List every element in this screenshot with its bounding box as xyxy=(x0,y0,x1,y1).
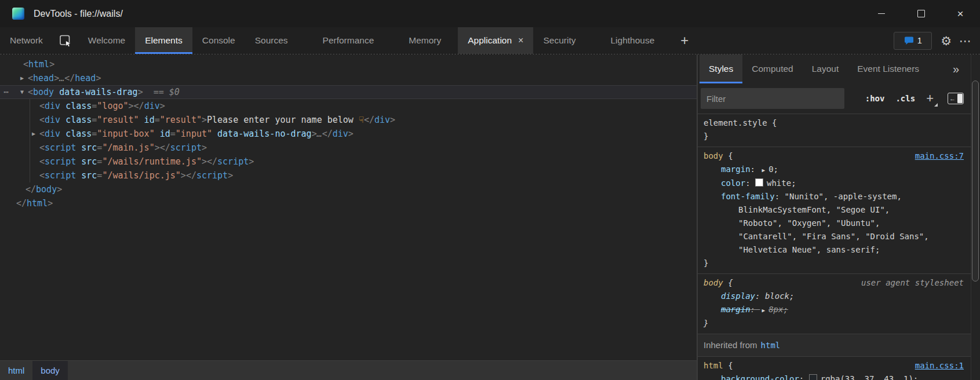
issues-count: 1 xyxy=(917,36,922,45)
more-options-button[interactable]: ⋯ xyxy=(959,35,972,47)
inspect-element-button[interactable] xyxy=(53,27,78,54)
css-declaration[interactable]: "Cantarell", "Fira Sans", "Droid Sans", xyxy=(704,230,964,243)
token-p: < xyxy=(39,129,45,139)
filter-input[interactable] xyxy=(701,88,844,109)
dom-tree-row[interactable]: <div class="logo"></div> xyxy=(0,99,697,113)
tab-layout[interactable]: Layout xyxy=(803,54,848,83)
dom-tree-row[interactable]: <html> xyxy=(0,57,697,71)
add-tab-button[interactable]: + xyxy=(672,27,697,54)
twisty-icon[interactable]: ▶ xyxy=(30,127,38,141)
dom-tree-row[interactable]: <script src="/wails/runtime.js"></script… xyxy=(0,155,697,169)
css-declaration[interactable]: margin: ▶8px; xyxy=(704,303,964,317)
stylesheet-link[interactable]: main.css:7 xyxy=(915,149,964,163)
toggle-sidebar-icon[interactable]: ← xyxy=(948,93,964,104)
rule-selector[interactable]: element.style { xyxy=(704,116,777,130)
more-dots-icon: ⋯ xyxy=(959,34,972,48)
tab-styles[interactable]: Styles xyxy=(700,54,742,83)
css-declaration[interactable]: margin: ▶0; xyxy=(704,163,964,177)
tab-welcome[interactable]: Welcome xyxy=(78,27,135,54)
token-sval: : xyxy=(751,305,760,314)
new-style-rule-button[interactable]: + xyxy=(926,92,937,105)
sidebar-tabs: Styles Computed Layout Event Listeners » xyxy=(698,54,980,83)
token-p: > xyxy=(54,73,59,83)
tab-elements[interactable]: Elements xyxy=(135,27,192,54)
issues-badge[interactable]: 1 xyxy=(894,32,932,50)
css-declaration[interactable]: display: block; xyxy=(704,290,964,303)
devtools-body: <html>▶<head>…</head>⋯▼<body data-wails-… xyxy=(0,54,980,380)
dom-tree-row[interactable]: ▶<div class="input-box" id="input" data-… xyxy=(0,127,697,141)
expand-arrow-icon[interactable]: ▶ xyxy=(762,167,765,173)
token-val: white; xyxy=(767,178,796,188)
token-p: > xyxy=(160,101,165,111)
css-declaration[interactable]: "Roboto", "Oxygen", "Ubuntu", xyxy=(704,217,964,230)
element-classes-button[interactable]: .cls xyxy=(895,94,915,103)
tab-application[interactable]: Application × xyxy=(458,27,533,54)
css-declaration[interactable]: BlinkMacSystemFont, "Segoe UI", xyxy=(704,203,964,217)
token-v: "/main.js" xyxy=(102,142,154,153)
token-val: rgba(33, 37, 43, 1); xyxy=(821,374,919,380)
token-v: "input" xyxy=(176,129,212,139)
tab-event-listeners[interactable]: Event Listeners xyxy=(848,54,928,83)
color-swatch[interactable] xyxy=(809,374,817,380)
token-p: </ xyxy=(160,142,170,153)
token-p: > xyxy=(249,156,254,167)
close-tab-icon[interactable]: × xyxy=(518,36,523,45)
dom-tree-row[interactable]: </html> xyxy=(0,196,697,210)
tab-console[interactable]: Console xyxy=(192,27,245,54)
styles-scrollbar[interactable] xyxy=(971,54,980,380)
inspect-icon xyxy=(59,34,72,48)
tab-memory[interactable]: Memory xyxy=(399,27,451,54)
dom-tree-row[interactable]: ▶<head>…</head> xyxy=(0,71,697,85)
minimize-button[interactable] xyxy=(862,0,901,27)
token-p: < xyxy=(23,59,28,70)
tab-lighthouse[interactable]: Lighthouse xyxy=(600,27,664,54)
dom-tree-row[interactable]: <script src="/main.js"></script> xyxy=(0,141,697,155)
token-pln: { xyxy=(723,151,733,160)
styles-sections: element.style {}body {main.css:7margin: … xyxy=(698,114,971,380)
token-a: src xyxy=(76,156,97,167)
tab-security[interactable]: Security xyxy=(533,27,585,54)
breadcrumb-item-body[interactable]: body xyxy=(32,361,68,380)
toggle-pseudo-state-button[interactable]: :hov xyxy=(865,94,885,103)
dom-tree-row[interactable]: </body> xyxy=(0,182,697,196)
scrollbar-thumb[interactable] xyxy=(972,81,979,282)
token-p: = xyxy=(92,129,97,139)
twisty-icon[interactable]: ▶ xyxy=(18,71,26,85)
style-rule: body {user agent stylesheetdisplay: bloc… xyxy=(698,274,971,334)
tab-sources[interactable]: Sources xyxy=(245,27,298,54)
css-declaration[interactable]: background-color: rgba(33, 37, 43, 1); xyxy=(704,372,964,380)
stylesheet-link[interactable]: main.css:1 xyxy=(915,359,964,372)
twisty-icon[interactable]: ▼ xyxy=(18,85,26,99)
expand-arrow-icon[interactable]: ▶ xyxy=(762,307,765,313)
token-t: div xyxy=(45,101,60,111)
rule-selector[interactable]: body { xyxy=(704,276,733,290)
css-declaration[interactable]: font-family: "Nunito", -apple-system, xyxy=(704,190,964,203)
rule-selector[interactable]: body { xyxy=(704,149,733,163)
token-pln: : xyxy=(775,192,785,201)
token-a: src xyxy=(76,170,97,181)
css-declaration[interactable]: "Helvetica Neue", sans-serif; xyxy=(704,243,964,257)
dom-tree-row[interactable]: <script src="/wails/ipc.js"></script> xyxy=(0,169,697,182)
dom-tree-row[interactable]: ⋯▼<body data-wails-drag> == $0 xyxy=(0,85,697,99)
token-v: "input-box" xyxy=(97,129,154,139)
node-more-actions-icon[interactable]: ⋯ xyxy=(3,85,9,99)
breadcrumb-item-html[interactable]: html xyxy=(0,361,32,380)
token-p: = xyxy=(92,115,97,125)
dom-tree-row[interactable]: <div class="result" id="result">Please e… xyxy=(0,113,697,127)
tab-performance[interactable]: Performance xyxy=(313,27,384,54)
rule-selector[interactable]: html { xyxy=(704,359,733,372)
close-button[interactable]: × xyxy=(941,0,980,27)
maximize-button[interactable] xyxy=(901,0,941,27)
css-declaration[interactable]: color: white; xyxy=(704,177,964,190)
token-p: > xyxy=(181,170,186,181)
styles-toolbar-buttons: :hov .cls + ← xyxy=(865,92,964,105)
settings-button[interactable]: ⚙ xyxy=(941,35,952,47)
inherited-node-link[interactable]: html xyxy=(761,341,781,350)
message-bubble-icon xyxy=(904,36,914,45)
tab-computed[interactable]: Computed xyxy=(742,54,803,83)
token-t: div xyxy=(45,129,60,139)
color-swatch[interactable] xyxy=(755,178,763,187)
more-tabs-button[interactable]: » xyxy=(953,54,959,83)
tab-network[interactable]: Network xyxy=(0,27,53,54)
maximize-icon xyxy=(917,10,925,17)
